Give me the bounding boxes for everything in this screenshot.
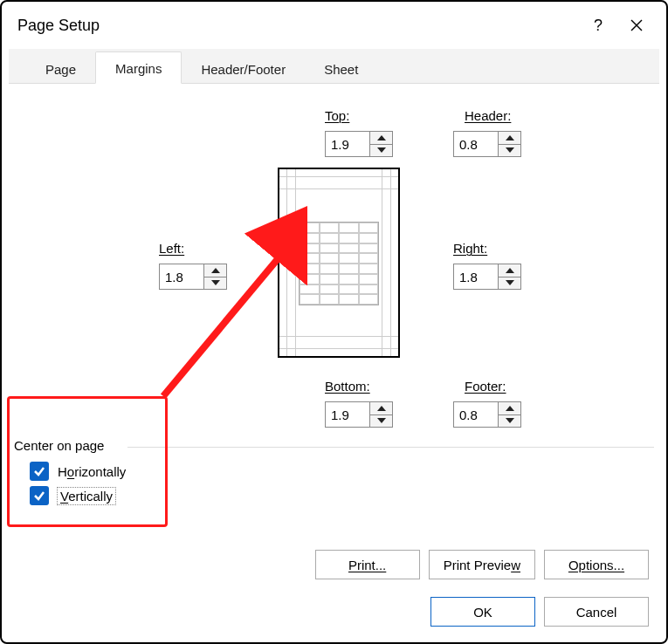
print-preview-button[interactable]: Print Preview bbox=[429, 550, 535, 579]
label-horizontally: Horizontally bbox=[58, 464, 126, 479]
options-button[interactable]: Options... bbox=[544, 550, 649, 579]
ok-button[interactable]: OK bbox=[430, 597, 535, 627]
print-button[interactable]: Print... bbox=[315, 550, 420, 579]
center-on-page-group: Center on page Horizontally Vertically bbox=[14, 438, 654, 510]
cancel-button[interactable]: Cancel bbox=[544, 597, 649, 627]
label-top: Top: bbox=[325, 108, 349, 123]
tab-margins[interactable]: Margins bbox=[95, 51, 182, 84]
tab-strip: Page Margins Header/Footer Sheet bbox=[9, 49, 659, 84]
page-setup-dialog: Page Setup ? Page Margins Header/Footer … bbox=[0, 0, 668, 644]
spinner-right[interactable] bbox=[453, 264, 521, 290]
spinner-footer-up[interactable] bbox=[499, 402, 520, 415]
tab-sheet[interactable]: Sheet bbox=[305, 53, 377, 84]
spinner-top-down[interactable] bbox=[370, 145, 392, 157]
label-vertically: Vertically bbox=[58, 488, 115, 504]
preview-content-grid bbox=[299, 222, 379, 305]
titlebar: Page Setup ? bbox=[2, 2, 666, 44]
dialog-title: Page Setup bbox=[17, 17, 577, 35]
spinner-header[interactable] bbox=[453, 131, 521, 157]
input-right[interactable] bbox=[454, 264, 498, 289]
tab-page[interactable]: Page bbox=[26, 53, 95, 84]
input-top[interactable] bbox=[326, 132, 369, 156]
chevron-down-icon bbox=[211, 280, 220, 285]
dialog-body: Top: Header: Left: Right: Bottom: Footer… bbox=[2, 84, 666, 590]
chevron-up-icon bbox=[506, 268, 514, 273]
secondary-button-row: Print... Print Preview Options... bbox=[315, 550, 649, 579]
check-icon bbox=[33, 465, 45, 477]
dialog-footer: OK Cancel bbox=[430, 597, 649, 627]
label-header: Header: bbox=[465, 108, 511, 123]
input-footer[interactable] bbox=[454, 402, 498, 427]
spinner-top-up[interactable] bbox=[370, 132, 392, 145]
checkbox-row-horizontally[interactable]: Horizontally bbox=[30, 462, 654, 481]
spinner-header-down[interactable] bbox=[499, 145, 520, 157]
input-bottom[interactable] bbox=[326, 402, 369, 427]
chevron-up-icon bbox=[377, 406, 386, 411]
tab-header-footer[interactable]: Header/Footer bbox=[182, 53, 305, 84]
help-button[interactable]: ? bbox=[581, 13, 616, 38]
page-preview bbox=[278, 168, 400, 358]
spinner-header-up[interactable] bbox=[499, 132, 520, 145]
label-right: Right: bbox=[453, 241, 487, 256]
close-button[interactable] bbox=[619, 13, 654, 38]
center-on-page-title: Center on page bbox=[14, 438, 654, 453]
spinner-footer[interactable] bbox=[453, 401, 521, 428]
chevron-down-icon bbox=[377, 418, 386, 423]
spinner-right-down[interactable] bbox=[499, 277, 520, 290]
close-icon bbox=[630, 18, 644, 32]
input-header[interactable] bbox=[454, 132, 498, 156]
chevron-up-icon bbox=[506, 406, 514, 411]
spinner-bottom-up[interactable] bbox=[370, 402, 392, 415]
chevron-up-icon bbox=[506, 135, 514, 140]
spinner-top[interactable] bbox=[325, 131, 393, 157]
label-bottom: Bottom: bbox=[325, 379, 370, 394]
checkbox-horizontally[interactable] bbox=[30, 462, 49, 481]
checkbox-vertically[interactable] bbox=[30, 486, 49, 505]
input-left[interactable] bbox=[160, 264, 203, 289]
chevron-down-icon bbox=[506, 147, 514, 153]
chevron-up-icon bbox=[211, 268, 220, 273]
spinner-left-up[interactable] bbox=[204, 264, 226, 277]
spinner-left[interactable] bbox=[159, 264, 227, 290]
spinner-bottom-down[interactable] bbox=[370, 415, 392, 428]
spinner-footer-down[interactable] bbox=[499, 415, 520, 428]
spinner-left-down[interactable] bbox=[204, 277, 226, 290]
label-footer: Footer: bbox=[465, 379, 506, 394]
checkbox-row-vertically[interactable]: Vertically bbox=[30, 486, 654, 505]
chevron-up-icon bbox=[377, 135, 386, 140]
label-left: Left: bbox=[159, 241, 184, 256]
chevron-down-icon bbox=[377, 147, 386, 153]
chevron-down-icon bbox=[506, 418, 514, 423]
spinner-bottom[interactable] bbox=[325, 401, 393, 428]
chevron-down-icon bbox=[506, 280, 514, 285]
spinner-right-up[interactable] bbox=[499, 264, 520, 277]
check-icon bbox=[33, 490, 45, 502]
